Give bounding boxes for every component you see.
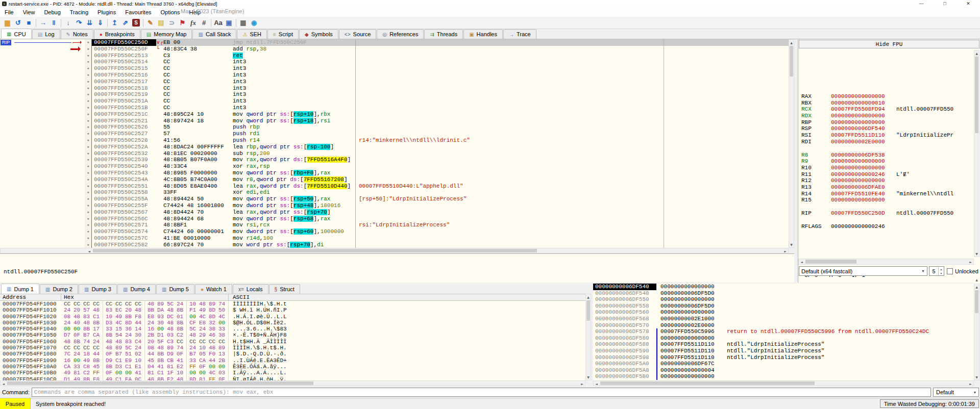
disasm-row[interactable]: ● 00007FFD550C254A 4C:8B05 B74C0A00 mov … <box>0 176 789 183</box>
hex-byte[interactable]: 0C <box>135 376 144 380</box>
hex-byte[interactable]: 8B <box>93 320 103 326</box>
toolbar-separator[interactable] <box>236 19 236 27</box>
register-row[interactable]: R10 0000000000000000 <box>801 165 974 171</box>
disasm-row[interactable]: ● 00007FFD550C2521 48:897424 18 mov qwor… <box>0 118 789 124</box>
stack-row[interactable]: 00000000006DF558 00000000006DF5D0 <box>593 303 974 310</box>
hex-byte[interactable]: CC <box>199 339 209 345</box>
hex-byte[interactable]: 24 <box>74 351 83 357</box>
breakpoint-dot[interactable]: ● <box>85 163 92 170</box>
breakpoint-dot[interactable]: ● <box>85 65 92 72</box>
disasm-vscrollbar[interactable]: ▲ ▼ <box>789 39 794 248</box>
hex-byte[interactable]: 20 <box>148 339 157 345</box>
hex-byte[interactable]: 00 <box>64 326 74 332</box>
breakpoint-dot[interactable]: ● <box>85 91 92 98</box>
scroll-right-icon[interactable]: ► <box>579 381 585 387</box>
hex-byte[interactable]: 00 <box>125 370 135 376</box>
dump-tab[interactable]: ▥ Dump 2 <box>40 284 78 294</box>
restart-icon[interactable]: ↺ <box>13 18 23 28</box>
hex-byte[interactable]: C2 <box>83 370 93 376</box>
hex-byte[interactable]: 00 <box>218 364 228 370</box>
toolbar-separator[interactable] <box>211 19 211 27</box>
hex-byte[interactable]: 8B <box>83 376 93 380</box>
step-into-icon[interactable]: ↓ <box>63 18 74 28</box>
hex-byte[interactable]: B7 <box>189 351 199 357</box>
disasm-row[interactable]: ● 00007FFD550C2582 66:897C24 70 mov word… <box>0 242 789 248</box>
unlocked-checkbox[interactable]: Unlocked <box>947 268 978 274</box>
hex-byte[interactable]: FF <box>189 364 199 370</box>
hex-byte[interactable]: 48 <box>148 376 157 380</box>
hex-byte[interactable]: 48 <box>93 307 103 313</box>
minimize-button[interactable]: — <box>910 1 933 6</box>
register-value[interactable]: 0000000000000000 <box>831 119 896 126</box>
register-row[interactable]: RBP 0000000000000000 <box>801 119 974 126</box>
stack-row[interactable]: 00000000006DF588 00007FFD5511D110 ntdll.… <box>593 341 974 348</box>
dump-row[interactable]: 00007FFD54FF1010 2420574883EC20488BDA488… <box>0 307 585 313</box>
hex-byte[interactable]: 24 <box>125 332 135 338</box>
hex-byte[interactable]: E8 <box>148 314 157 320</box>
hex-byte[interactable]: 20 <box>125 307 135 313</box>
run-icon[interactable]: → <box>38 18 48 28</box>
view-tab[interactable]: ⇉ Threads <box>424 29 463 39</box>
hex-byte[interactable]: 5C <box>167 301 177 307</box>
hex-byte[interactable]: D3 <box>115 364 125 370</box>
dump-tab[interactable]: § Struct <box>269 284 300 294</box>
hex-byte[interactable]: 89 <box>209 301 218 307</box>
hex-byte[interactable]: 41 <box>157 364 167 370</box>
hex-byte[interactable]: CC <box>83 301 93 307</box>
scroll-down-icon[interactable]: ▼ <box>974 251 979 257</box>
register-value[interactable]: 0000000000000000 <box>831 158 896 165</box>
breakpoint-dot[interactable]: ● <box>85 39 92 46</box>
hex-byte[interactable]: 38 <box>218 332 228 338</box>
hex-byte[interactable]: 93 <box>157 314 167 320</box>
view-tab[interactable]: <> Source <box>339 29 377 39</box>
register-row[interactable]: R12 0000000000000000 <box>801 177 974 184</box>
hex-byte[interactable]: 5F <box>157 339 167 345</box>
hex-byte[interactable]: 00 <box>74 326 83 332</box>
hex-byte[interactable]: 49 <box>64 370 74 376</box>
hex-byte[interactable]: 24 <box>148 320 157 326</box>
disasm-row[interactable]: ● 00007FFD550C2532 48:81EC 00020000 sub … <box>0 150 789 157</box>
register-value[interactable]: 0000000000000000 <box>831 165 896 171</box>
dump-row[interactable]: 00007FFD54FF1070 CCCCCCCC48895C240848897… <box>0 345 585 351</box>
hex-byte[interactable]: 48 <box>83 320 93 326</box>
disasm-row[interactable]: ● 00007FFD550C2518 CC int3 <box>0 85 789 92</box>
view-tab[interactable]: ▣ Handles <box>463 29 503 39</box>
hex-byte[interactable]: E1 <box>135 364 144 370</box>
registers-hscroll-thumb[interactable] <box>805 260 856 264</box>
stack-row[interactable]: 00000000006DF590 00007FFD5511D110 ntdll.… <box>593 348 974 354</box>
hex-byte[interactable]: 00 <box>209 364 218 370</box>
hex-byte[interactable]: 01 <box>177 314 186 320</box>
register-value[interactable]: 0000000000000000 <box>831 113 896 119</box>
hex-byte[interactable]: 10 <box>177 370 186 376</box>
hex-byte[interactable]: 8D <box>209 307 218 313</box>
stack-row[interactable]: 00000000006DF5A0 00000000006DF67C <box>593 361 974 367</box>
hex-byte[interactable]: 03 <box>167 332 177 338</box>
hex-byte[interactable]: 89 <box>218 345 228 351</box>
stack-row[interactable]: 00000000006DF550 0000000000000000 <box>593 296 974 303</box>
hex-byte[interactable]: 74 <box>83 339 93 345</box>
disasm-row[interactable]: ● 00007FFD550C2526 55 push rbp <box>0 124 789 131</box>
hex-byte[interactable]: 5C <box>125 345 135 351</box>
hex-byte[interactable]: 16 <box>64 357 74 364</box>
hex-byte[interactable]: 00 <box>157 326 167 332</box>
register-value[interactable]: 00007FFD5511D110 <box>831 132 896 139</box>
dump-row[interactable]: 00007FFD54FF1060 488B7424484883C4205FC3C… <box>0 339 585 345</box>
disasm-row[interactable]: ● 00007FFD550C2551 48:8D05 E8AE0400 lea … <box>0 183 789 190</box>
register-row[interactable]: R9 0000000000000000 <box>801 158 974 165</box>
hex-byte[interactable]: 18 <box>83 351 93 357</box>
maximize-button[interactable]: □ <box>933 1 957 6</box>
hex-byte[interactable]: B7 <box>83 332 93 338</box>
hex-byte[interactable]: FF <box>93 370 103 376</box>
scylla-icon[interactable]: S <box>132 19 140 27</box>
hex-byte[interactable]: 89 <box>115 345 125 351</box>
hex-byte[interactable]: 10 <box>135 357 144 364</box>
disasm-vscroll-thumb[interactable] <box>790 46 793 76</box>
hex-byte[interactable]: D1 <box>157 332 167 338</box>
hex-byte[interactable]: 7C <box>64 351 74 357</box>
step-over-icon[interactable]: ↷ <box>74 18 84 28</box>
hex-byte[interactable]: 48 <box>167 320 177 326</box>
disasm-row[interactable]: ● 00007FFD550C2516 CC int3 <box>0 72 789 79</box>
hex-byte[interactable]: 49 <box>199 307 209 313</box>
hex-byte[interactable]: 5C <box>189 326 199 332</box>
hex-byte[interactable]: DC <box>167 314 177 320</box>
